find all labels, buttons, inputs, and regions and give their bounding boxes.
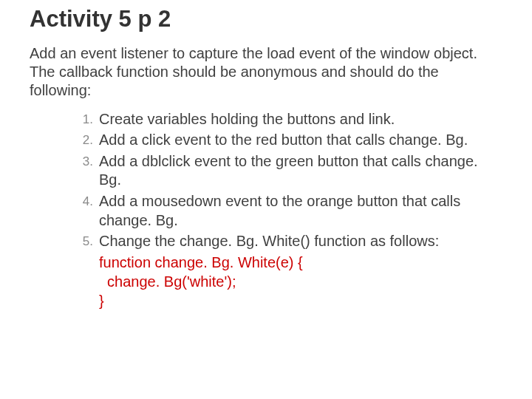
slide-title: Activity 5 p 2	[30, 6, 502, 33]
list-item: Add a click event to the red button that…	[81, 131, 502, 150]
step-text: Create variables holding the buttons and…	[99, 111, 395, 127]
step-text: Add a mousedown event to the orange butt…	[99, 193, 460, 228]
list-item: Add a dblclick event to the green button…	[81, 152, 502, 190]
step-text: Change the change. Bg. White() function …	[99, 233, 439, 249]
code-line: change. Bg('white');	[99, 272, 502, 291]
code-line: }	[99, 291, 502, 310]
step-text: Add a dblclick event to the green button…	[99, 153, 478, 188]
list-item: Change the change. Bg. White() function …	[81, 232, 502, 310]
code-line: function change. Bg. White(e) {	[99, 253, 502, 272]
list-item: Create variables holding the buttons and…	[81, 110, 502, 129]
intro-paragraph: Add an event listener to capture the loa…	[30, 44, 502, 100]
code-block: function change. Bg. White(e) { change. …	[99, 253, 502, 310]
list-item: Add a mousedown event to the orange butt…	[81, 192, 502, 230]
step-text: Add a click event to the red button that…	[99, 132, 468, 148]
slide-content: Activity 5 p 2 Add an event listener to …	[0, 0, 532, 310]
steps-list: Create variables holding the buttons and…	[30, 110, 502, 310]
